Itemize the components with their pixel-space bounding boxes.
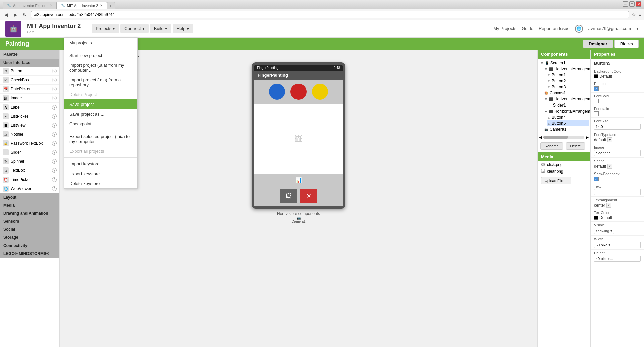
palette-item-passwordtextbox[interactable]: 🔒 PasswordTextBox ?: [0, 139, 59, 148]
menu-export-selected[interactable]: Export selected project (.aia) to my com…: [64, 132, 137, 146]
palette-item-notifier[interactable]: ⚠ Notifier ?: [0, 130, 59, 139]
palette-item-image[interactable]: 🖼 Image ?: [0, 94, 59, 103]
prop-shape-value[interactable]: default ▾: [594, 164, 641, 169]
webviewer-help[interactable]: ?: [52, 186, 57, 191]
palette-item-button[interactable]: □ Button ?: [0, 67, 59, 76]
tab-1[interactable]: 🔧 App Inventor Explore ✕: [3, 2, 57, 9]
button-help[interactable]: ?: [52, 69, 57, 73]
tab-2-close[interactable]: ✕: [100, 4, 103, 7]
label-help[interactable]: ?: [52, 105, 57, 110]
user-arrow[interactable]: ▾: [636, 26, 639, 31]
prop-width-value[interactable]: [594, 242, 641, 248]
prop-textalignment-value[interactable]: center ▾: [594, 203, 641, 208]
prop-showfeedback-value[interactable]: ✓: [594, 177, 641, 181]
textalignment-arrow[interactable]: ▾: [606, 203, 611, 208]
palette-item-datepicker[interactable]: 📅 DatePicker ?: [0, 85, 59, 94]
prop-image-value[interactable]: [594, 150, 641, 156]
tree-button1[interactable]: □ Button1: [547, 72, 589, 78]
menu-save-as[interactable]: Save project as ...: [64, 109, 137, 119]
back-button[interactable]: ◀: [3, 11, 9, 18]
text-input[interactable]: [594, 189, 641, 195]
palette-item-webviewer[interactable]: 🌐 WebViewer ?: [0, 184, 59, 193]
comp-scrollbar[interactable]: [543, 136, 584, 139]
palette-item-slider[interactable]: — Slider ?: [0, 148, 59, 157]
forward-button[interactable]: ▶: [12, 11, 19, 18]
connect-menu[interactable]: Connect ▾: [120, 24, 148, 33]
slider-help[interactable]: ?: [52, 150, 57, 155]
tree-screen1[interactable]: ▼ 📱 Screen1: [539, 60, 589, 66]
menu-icon[interactable]: ≡: [639, 12, 641, 17]
language-icon[interactable]: 🌐: [575, 25, 583, 33]
image-button[interactable]: 🖼: [280, 189, 297, 203]
fontbold-checkbox[interactable]: [594, 99, 599, 103]
timepicker-help[interactable]: ?: [52, 177, 57, 182]
tree-slider1[interactable]: — Slider1: [547, 102, 589, 108]
scroll-left-icon[interactable]: ◀: [539, 135, 542, 140]
media-item-click[interactable]: 🖼 click.png: [538, 161, 590, 168]
prop-fontitalic-value[interactable]: [594, 111, 641, 116]
tree-canvas1[interactable]: 🎨 Canvas1: [543, 90, 589, 96]
designer-btn[interactable]: Designer: [583, 40, 613, 48]
palette-item-label[interactable]: A Label ?: [0, 103, 59, 112]
tree-button4[interactable]: □ Button4: [547, 114, 589, 120]
tree-ha2[interactable]: ▼ ⬛ HorizontalArrangement2: [543, 96, 589, 102]
address-bar[interactable]: [31, 11, 629, 18]
build-menu[interactable]: Build ▾: [150, 24, 171, 33]
prop-visible-value[interactable]: showing ▾: [594, 228, 641, 234]
blue-button[interactable]: [269, 84, 285, 100]
height-input[interactable]: [594, 256, 641, 262]
user-menu[interactable]: avrmar79@gmail.com: [588, 26, 631, 31]
tree-button2[interactable]: □ Button2: [547, 78, 589, 84]
minimize-button[interactable]: ─: [623, 1, 628, 7]
prop-fontbold-value[interactable]: [594, 99, 641, 103]
palette-item-checkbox[interactable]: ☑ CheckBox ?: [0, 76, 59, 85]
palette-item-timepicker[interactable]: ⏰ TimePicker ?: [0, 175, 59, 184]
bookmark-icon[interactable]: ☆: [632, 12, 636, 17]
spinner-help[interactable]: ?: [52, 159, 57, 164]
visible-select[interactable]: showing ▾: [594, 228, 614, 234]
tree-camera1[interactable]: 📷 Camera1: [543, 126, 589, 132]
menu-start-new[interactable]: Start new project: [64, 51, 137, 60]
media-item-clear[interactable]: 🖼 clear.png: [538, 168, 590, 175]
listview-help[interactable]: ?: [52, 123, 57, 128]
report-issue-link[interactable]: Report an Issue: [539, 26, 570, 31]
upload-file-button[interactable]: Upload File ...: [541, 177, 571, 184]
listpicker-help[interactable]: ?: [52, 114, 57, 119]
close-button[interactable]: ✕: [636, 1, 641, 7]
prop-enabled-value[interactable]: ✓: [594, 86, 641, 91]
red-button[interactable]: [290, 84, 307, 100]
tab-2[interactable]: 🔧 MIT App Inventor 2 ✕: [57, 2, 107, 9]
tree-button5[interactable]: □ Button5: [547, 120, 589, 126]
menu-import-repo[interactable]: Import project (.aia) from a repository …: [64, 75, 137, 90]
clear-button[interactable]: ✕: [300, 189, 317, 203]
palette-item-textbox[interactable]: □ TextBox ?: [0, 166, 59, 175]
tree-button3[interactable]: □ Button3: [547, 84, 589, 90]
datepicker-help[interactable]: ?: [52, 87, 57, 91]
scroll-right-icon[interactable]: ▶: [586, 135, 589, 140]
prop-fonttypeface-value[interactable]: default ▾: [594, 137, 641, 142]
shape-arrow[interactable]: ▾: [607, 164, 612, 169]
tree-ha3[interactable]: ▼ ⬛ HorizontalArrangement3: [543, 108, 589, 114]
menu-delete-keystore[interactable]: Delete keystore: [64, 179, 137, 188]
checkbox-help[interactable]: ?: [52, 78, 57, 82]
tab-1-close[interactable]: ✕: [50, 4, 52, 7]
tree-ha1[interactable]: ▼ ⬛ HorizontalArrangement1: [543, 66, 589, 72]
canvas-area[interactable]: 🖼: [254, 104, 343, 174]
menu-save-project[interactable]: Save project: [64, 99, 137, 109]
guide-link[interactable]: Guide: [522, 26, 533, 31]
projects-menu[interactable]: Projects ▾: [92, 24, 119, 33]
prop-fontsize-value[interactable]: [594, 124, 641, 130]
tab-new[interactable]: +: [107, 2, 115, 9]
passwordtextbox-help[interactable]: ?: [52, 141, 57, 146]
palette-item-listpicker[interactable]: ≡ ListPicker ?: [0, 112, 59, 121]
prop-text-value[interactable]: [594, 189, 641, 195]
prop-height-value[interactable]: [594, 256, 641, 262]
menu-checkpoint[interactable]: Checkpoint: [64, 119, 137, 129]
blocks-btn[interactable]: Blocks: [614, 40, 639, 48]
yellow-button[interactable]: [312, 84, 328, 100]
menu-export-keystore[interactable]: Export keystore: [64, 169, 137, 179]
notifier-help[interactable]: ?: [52, 132, 57, 137]
image-help[interactable]: ?: [52, 96, 57, 100]
textbox-help[interactable]: ?: [52, 168, 57, 173]
enabled-checkbox[interactable]: ✓: [594, 86, 599, 91]
